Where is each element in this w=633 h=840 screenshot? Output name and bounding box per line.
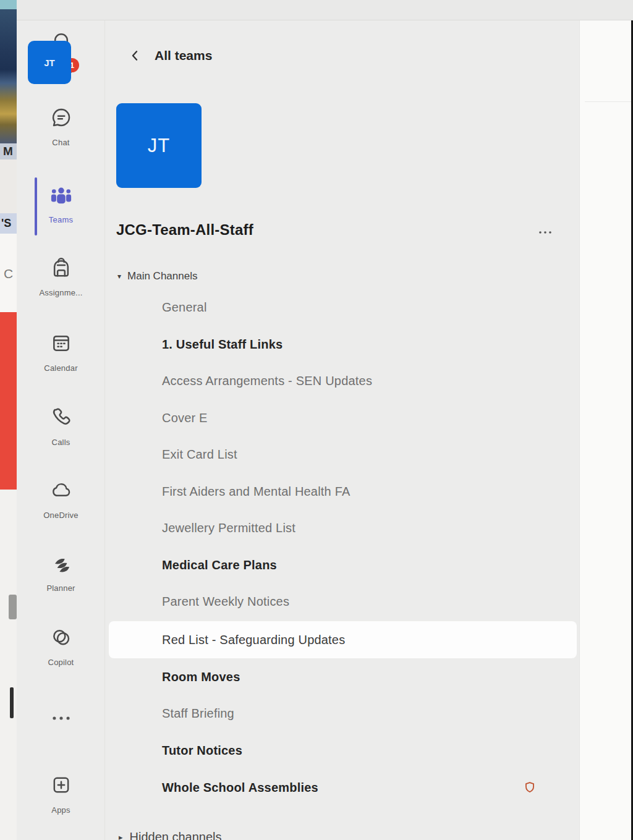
rail-label-calendar: Calendar: [17, 363, 105, 373]
teams-app-window: M 'S C 1 Activity: [0, 0, 633, 840]
channel-access-arrangements[interactable]: Access Arrangements - SEN Updates: [109, 362, 577, 399]
main-channels-section-header[interactable]: ▾ Main Channels: [105, 264, 579, 289]
apps-plus-icon: [49, 773, 74, 797]
background-gray-fragment: [9, 595, 17, 619]
section-label: Main Channels: [127, 270, 197, 282]
channel-cover-e[interactable]: Cover E: [109, 399, 577, 436]
channel-red-list-safeguarding[interactable]: Red List - Safeguarding Updates: [109, 621, 577, 658]
channel-parent-weekly-notices[interactable]: Parent Weekly Notices: [109, 583, 577, 620]
team-header-row: JCG-Team-All-Staff: [105, 215, 579, 248]
rail-label-teams: Teams: [17, 215, 105, 224]
channel-whole-school-assemblies[interactable]: Whole School Assemblies: [109, 769, 577, 806]
section-expanded-icon: ▾: [117, 272, 121, 281]
rail-item-teams[interactable]: [17, 182, 105, 211]
app-rail: 1 Activity Chat: [17, 0, 105, 840]
hidden-channels-label: Hidden channels: [130, 830, 222, 840]
channel-medical-care-plans[interactable]: Medical Care Plans: [109, 546, 577, 583]
channel-useful-staff-links[interactable]: 1. Useful Staff Links: [109, 326, 577, 363]
team-channels-panel: All teams JT JCG-Team-All-Staff ▾ Main C…: [105, 0, 579, 840]
shield-icon: [523, 781, 537, 794]
rail-item-copilot[interactable]: [17, 625, 105, 652]
team-menu-icon[interactable]: [533, 224, 558, 241]
hidden-channels-section-header[interactable]: ▸ Hidden channels: [105, 818, 579, 840]
team-avatar: JT: [116, 103, 202, 188]
channel-staff-briefing[interactable]: Staff Briefing: [109, 695, 577, 732]
rail-item-apps[interactable]: [17, 773, 105, 800]
calendar-icon: [49, 331, 74, 355]
rail-item-calls[interactable]: [17, 405, 105, 432]
profile-avatar[interactable]: JT: [28, 41, 71, 84]
background-dark-fragment: [10, 687, 14, 718]
rail-item-onedrive[interactable]: [17, 478, 105, 505]
rail-item-calendar[interactable]: [17, 331, 105, 358]
rail-item-chat[interactable]: [17, 105, 105, 132]
phone-icon: [49, 405, 74, 430]
rail-label-chat: Chat: [17, 138, 105, 147]
channel-tutor-notices[interactable]: Tutor Notices: [109, 732, 577, 769]
rail-label-planner: Planner: [17, 583, 105, 593]
all-teams-back-button[interactable]: All teams: [105, 40, 352, 72]
channel-room-moves[interactable]: Room Moves: [109, 658, 577, 695]
rail-label-copilot: Copilot: [17, 658, 105, 667]
channel-exit-card-list[interactable]: Exit Card List: [109, 436, 577, 473]
window-titlebar-band: [17, 0, 633, 20]
rail-label-onedrive: OneDrive: [17, 511, 105, 520]
content-header-divider: [585, 101, 633, 102]
background-light-band: [0, 159, 17, 213]
rail-item-more[interactable]: [17, 711, 105, 728]
background-text-fragment: 'S: [0, 213, 17, 234]
rail-item-planner[interactable]: [17, 551, 105, 578]
channel-general[interactable]: General: [109, 289, 577, 326]
back-label: All teams: [155, 48, 212, 63]
backpack-icon: [49, 255, 74, 280]
rail-label-apps: Apps: [17, 805, 105, 815]
rail-label-assignments: Assignme...: [17, 288, 105, 297]
background-window-sliver: M 'S C: [0, 0, 17, 840]
channel-content-panel-edge: [579, 0, 633, 840]
background-red-block: [0, 312, 17, 490]
teams-icon: [48, 182, 74, 208]
team-name: JCG-Team-All-Staff: [116, 221, 253, 239]
background-photo-fragment: [0, 9, 17, 143]
background-text-fragment: M: [0, 143, 17, 159]
copilot-icon: [49, 625, 74, 650]
rail-item-assignments[interactable]: [17, 255, 105, 282]
rail-label-calls: Calls: [17, 438, 105, 447]
more-icon: [49, 711, 73, 726]
section-collapsed-icon: ▸: [119, 833, 123, 840]
background-teal-strip: [0, 0, 17, 9]
cloud-icon: [49, 478, 74, 503]
channel-first-aiders[interactable]: First Aiders and Mental Health FA: [109, 473, 577, 510]
background-white-band: C: [0, 234, 17, 312]
channel-jewellery-permitted[interactable]: Jewellery Permitted List: [109, 509, 577, 546]
chat-icon: [49, 105, 74, 130]
planner-icon: [49, 551, 74, 575]
back-chevron-icon: [129, 49, 141, 62]
